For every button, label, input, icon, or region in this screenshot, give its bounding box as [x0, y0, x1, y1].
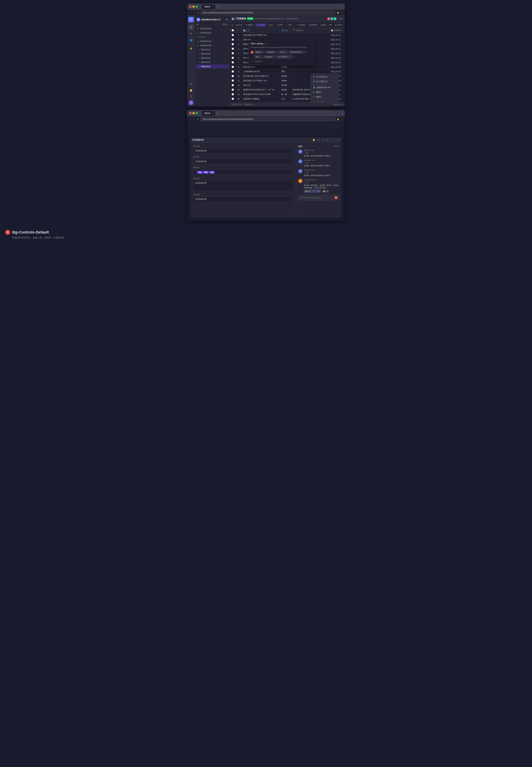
shrink-record-icon[interactable]: ⊡ [325, 138, 329, 141]
reaction-smile[interactable]: 😊 刘静 [322, 190, 330, 193]
window-menu-icon[interactable]: ≡ [341, 5, 343, 8]
nav-item-1[interactable]: ▶ 列表标题名称 [196, 27, 229, 31]
row-name-13[interactable]: 钱一嘉 [279, 92, 291, 97]
filter-field-dropdown-2[interactable]: Long text ▼ [263, 55, 276, 58]
comment-input[interactable] [300, 197, 333, 199]
status-records[interactable]: 10 条记录 ▼ [244, 103, 254, 106]
nav-item-3[interactable]: ▶ 列表标题名称 [196, 39, 229, 43]
nav-item-4[interactable]: ▶ 列表标题名称 [196, 43, 229, 47]
row-check-7[interactable] [230, 65, 236, 69]
active-tab-2[interactable]: 维格表 ✕ [202, 111, 215, 116]
nav-item-6[interactable]: # 维格表名称 [196, 52, 229, 56]
sidebar-icon-home[interactable]: ⬡ [188, 25, 194, 30]
new-tab-button-2[interactable]: + [216, 111, 219, 115]
filter-where-dropdown[interactable]: Where ▼ [254, 50, 264, 54]
field-value-1[interactable]: 记录标题名称 [193, 159, 293, 164]
close-btn[interactable] [189, 6, 191, 8]
row-check-14[interactable] [230, 97, 236, 101]
row-check-12[interactable] [230, 88, 236, 92]
sidebar-icon-automation[interactable]: ⚡ [188, 46, 194, 51]
field-value-4[interactable]: 记录标题名称 [193, 197, 293, 202]
reload-btn-2[interactable]: ↻ [197, 118, 199, 120]
url-input-2[interactable] [201, 117, 335, 121]
robot-btn[interactable]: 🤖 机器人 [344, 23, 345, 27]
share-btn[interactable]: ↗ 分享查找 [295, 23, 306, 27]
ctx-copy-url[interactable]: 🔗 复制该行的 URL [311, 85, 338, 90]
back-btn-2[interactable]: ← [189, 118, 192, 120]
field-value-0[interactable]: 记录标题名称 [193, 148, 293, 153]
ctx-insert-above[interactable]: ⬆ 向上方插入行 [311, 74, 338, 79]
nav-item-5[interactable]: # 维格表名称 [196, 48, 229, 52]
row-check-11[interactable] [230, 83, 236, 88]
widget-btn[interactable]: ⊞ 小组件 [334, 23, 343, 27]
row-store-0[interactable]: 柏龙花园六区27号楼2门102 [241, 33, 279, 37]
row-check-3[interactable] [230, 47, 236, 51]
sidebar-icon-help[interactable]: ❓ [188, 94, 194, 99]
row-store-14[interactable]: 府前西街1号楼附近 [241, 97, 279, 101]
row-name-0[interactable] [279, 33, 291, 37]
row-name-14[interactable]: 王华 [279, 97, 291, 101]
comments-info-icon[interactable]: ⓘ [302, 145, 304, 148]
bookmark-icon[interactable]: ☆ [341, 11, 343, 14]
search-org-icon[interactable]: 🔍 [226, 19, 228, 21]
row-check-10[interactable] [230, 78, 236, 83]
row-check-1[interactable] [230, 37, 236, 42]
minimize-btn[interactable] [193, 6, 195, 8]
row-name-15[interactable]: 孙恒香 [279, 101, 291, 102]
url-input[interactable] [201, 11, 335, 15]
col-check[interactable] [230, 28, 236, 33]
expand-record-icon[interactable]: ⤢ [321, 138, 324, 141]
reaction-thumbup[interactable]: 👍 刘静、王洋、刘磊 [304, 190, 321, 193]
filter-delete-1[interactable]: 🗑 [305, 51, 307, 53]
row-store-7[interactable]: 站前北街15号 [241, 65, 279, 69]
row-check-9[interactable] [230, 74, 236, 78]
sort-btn[interactable]: ↕ 行排序 [275, 23, 284, 27]
magic-form-btn[interactable]: ✦ 神奇表单 [307, 23, 319, 27]
row-check-4[interactable] [230, 51, 236, 56]
sidebar-icon-table[interactable]: ☰ [188, 31, 194, 36]
filter-op-dropdown-1[interactable]: Is not ▼ [278, 50, 288, 54]
minimize-btn-2[interactable] [193, 112, 195, 114]
ctx-expand[interactable]: ⤢ 展开行 [311, 95, 338, 99]
window-menu-icon-2[interactable]: ≡ [341, 112, 343, 114]
row-store-11[interactable]: 胜利小区 [241, 83, 279, 88]
back-btn[interactable]: ← [189, 11, 192, 14]
forward-btn-2[interactable]: → [193, 118, 196, 120]
row-store-13[interactable]: 西辛南区甲36号号1层2单元居商 [241, 92, 279, 97]
tag-1[interactable]: Tag [197, 171, 202, 173]
row-height-btn[interactable]: ↔ 行高 [285, 23, 293, 27]
sidebar-icon-settings[interactable]: ⚙ [188, 81, 194, 87]
api-btn[interactable]: API [328, 23, 333, 26]
col-store[interactable]: 🏪 门店 [241, 28, 279, 33]
row-store-9[interactable]: 西辛南区南门东街18号楼12号 [241, 74, 279, 78]
filter-delete-2[interactable]: 🗑 [293, 55, 295, 58]
new-tab-button[interactable]: + [216, 5, 219, 9]
row-name-10[interactable]: 何奥杉 [279, 78, 291, 83]
close-modal-icon[interactable]: ✕ [336, 138, 340, 141]
filter-btn[interactable]: ▼ 2个筛选 [255, 23, 266, 27]
row-name-9[interactable]: 赵璐海 [279, 74, 291, 78]
bookmark-icon-2[interactable]: ☆ [341, 118, 343, 120]
col-name[interactable]: 👤 姓名 [279, 28, 291, 33]
row-address-0[interactable] [291, 33, 329, 37]
row-name-12[interactable]: 钱品辉 [279, 88, 291, 92]
group-btn[interactable]: ≡ 分组 [267, 23, 274, 27]
prev-record-icon[interactable]: ↑ [329, 138, 332, 141]
work-label[interactable]: 工作目录 ▾ [197, 36, 206, 38]
row-check-2[interactable] [230, 42, 236, 47]
col-date[interactable]: 📅 加盟时间 [329, 28, 345, 33]
nav-item-active[interactable]: # 维格表名称 [196, 64, 229, 68]
close-btn-2[interactable] [189, 112, 191, 114]
row-check-5[interactable] [230, 56, 236, 60]
row-check-15[interactable] [230, 101, 236, 102]
field-value-3[interactable]: 记录标题名称 [193, 180, 293, 191]
row-address-8[interactable] [291, 69, 329, 74]
row-check-8[interactable] [230, 69, 236, 74]
tag-3[interactable]: Tag [209, 171, 214, 173]
row-check-13[interactable] [230, 92, 236, 97]
field-value-2[interactable]: + Tag Tag Tag [193, 169, 293, 175]
sidebar-icon-notifications[interactable]: 🔔 [188, 88, 194, 93]
filter-info-icon[interactable]: ⓘ [264, 42, 266, 45]
tag-2[interactable]: Tag [203, 171, 208, 173]
add-filter-btn[interactable]: + + Add filter [251, 60, 313, 63]
